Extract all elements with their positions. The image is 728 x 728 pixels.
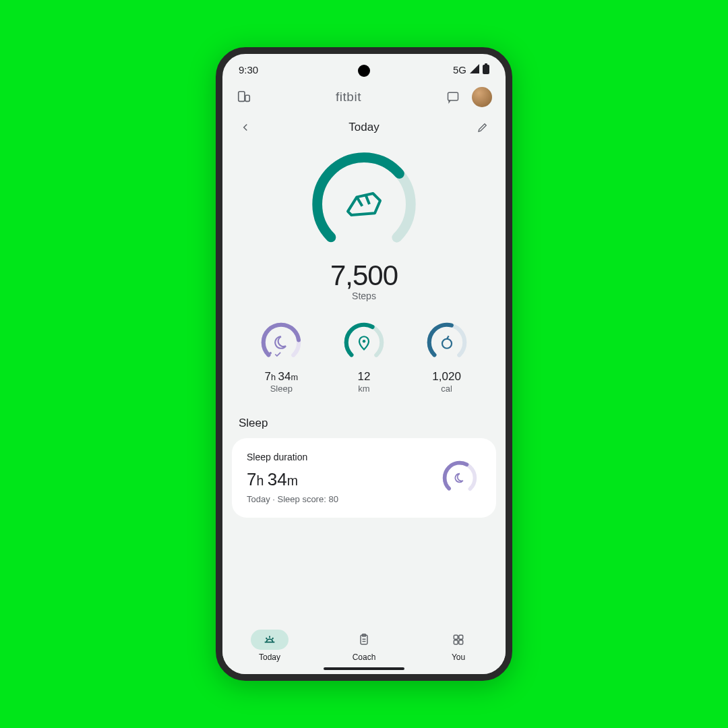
svg-point-5 bbox=[310, 150, 418, 258]
moon-icon bbox=[455, 474, 462, 483]
svg-rect-20 bbox=[459, 635, 463, 639]
date-label: Today bbox=[348, 121, 379, 134]
calories-label: cal bbox=[441, 384, 452, 394]
sleep-value: 7h 34m bbox=[265, 370, 299, 384]
metrics-row: 7h 34m Sleep 12 km 1,020 cal bbox=[222, 305, 506, 400]
svg-rect-3 bbox=[245, 95, 249, 101]
svg-rect-4 bbox=[448, 92, 458, 100]
svg-rect-21 bbox=[454, 640, 458, 644]
distance-label: km bbox=[358, 384, 369, 394]
calories-value: 1,020 bbox=[432, 370, 461, 384]
svg-rect-1 bbox=[485, 63, 487, 65]
steps-value: 7,500 bbox=[330, 260, 398, 292]
svg-point-12 bbox=[363, 340, 365, 342]
flame-icon bbox=[442, 339, 452, 348]
moon-icon bbox=[276, 336, 286, 348]
signal-icon bbox=[469, 64, 480, 75]
sleep-label: Sleep bbox=[270, 384, 293, 394]
grid-icon bbox=[452, 633, 465, 646]
card-value: 7h 34m bbox=[247, 469, 338, 490]
metric-distance[interactable]: 12 km bbox=[340, 319, 388, 394]
svg-rect-19 bbox=[454, 635, 458, 639]
shoe-icon bbox=[348, 193, 380, 215]
nav-today[interactable]: Today bbox=[251, 630, 289, 662]
bottom-nav: Today Coach You bbox=[222, 623, 506, 674]
pin-icon bbox=[359, 336, 369, 349]
metric-calories[interactable]: 1,020 cal bbox=[423, 319, 471, 394]
back-icon[interactable] bbox=[237, 119, 253, 135]
svg-point-9 bbox=[270, 352, 272, 355]
avatar[interactable] bbox=[472, 87, 492, 107]
nav-you[interactable]: You bbox=[439, 630, 477, 662]
nav-coach[interactable]: Coach bbox=[345, 630, 383, 662]
distance-value: 12 bbox=[358, 370, 371, 384]
brand-title: fitbit bbox=[336, 90, 361, 104]
card-subtext: Today · Sleep score: 80 bbox=[247, 494, 338, 504]
svg-rect-22 bbox=[459, 640, 463, 644]
sleep-duration-card[interactable]: Sleep duration 7h 34m Today · Sleep scor… bbox=[232, 438, 496, 518]
nav-label: You bbox=[452, 653, 465, 662]
steps-label: Steps bbox=[352, 291, 376, 301]
battery-icon bbox=[483, 63, 489, 76]
nav-label: Today bbox=[259, 653, 280, 662]
date-row: Today bbox=[222, 114, 506, 141]
svg-point-6 bbox=[310, 150, 418, 258]
steps-ring[interactable]: 7,500 Steps bbox=[222, 141, 506, 305]
metric-sleep[interactable]: 7h 34m Sleep bbox=[257, 319, 305, 394]
section-sleep-title: Sleep bbox=[222, 400, 506, 438]
status-time: 9:30 bbox=[239, 64, 258, 75]
app-header: fitbit bbox=[222, 80, 506, 114]
messages-icon[interactable] bbox=[445, 89, 461, 105]
status-network: 5G bbox=[453, 64, 466, 75]
devices-icon[interactable] bbox=[236, 89, 252, 105]
card-title: Sleep duration bbox=[247, 452, 338, 462]
svg-rect-2 bbox=[239, 92, 245, 102]
home-indicator[interactable] bbox=[324, 667, 404, 670]
svg-rect-0 bbox=[483, 65, 489, 74]
camera-cutout bbox=[358, 65, 370, 77]
edit-icon[interactable] bbox=[475, 119, 491, 135]
phone-frame: 9:30 5G fitbit Today bbox=[216, 47, 512, 681]
nav-label: Coach bbox=[353, 653, 376, 662]
clipboard-icon bbox=[357, 633, 371, 646]
sunrise-icon bbox=[262, 632, 277, 647]
